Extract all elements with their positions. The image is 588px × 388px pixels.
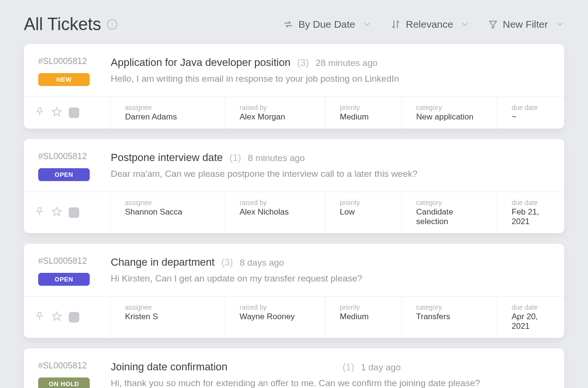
ticket-count: (1) <box>343 362 354 373</box>
meta-label-raised-by: raised by <box>240 104 315 111</box>
select-checkbox[interactable] <box>69 312 79 323</box>
page-title: All Tickets <box>24 14 101 34</box>
meta-label-raised-by: raised by <box>240 199 315 206</box>
meta-assignee: Darren Adams <box>125 112 215 122</box>
star-icon[interactable] <box>52 206 62 219</box>
meta-label-category: category <box>416 104 487 111</box>
filter-label: New Filter <box>503 19 548 30</box>
status-badge: NEW <box>38 73 90 86</box>
meta-label-assignee: assignee <box>125 199 215 206</box>
meta-raised-by: Wayne Rooney <box>240 312 315 322</box>
select-checkbox[interactable] <box>69 207 79 218</box>
filter-label: By Due Date <box>298 19 355 30</box>
pin-icon[interactable] <box>34 311 45 323</box>
sort-relevance[interactable]: Relevance <box>390 19 469 30</box>
svg-marker-2 <box>52 207 61 216</box>
status-badge: OPEN <box>38 273 90 286</box>
ticket-preview: Hi Kirsten, Can I get an update on my tr… <box>111 273 550 284</box>
meta-raised-by: Alex Nicholas <box>240 207 315 217</box>
meta-label-category: category <box>416 303 487 311</box>
chevron-down-icon <box>461 20 469 29</box>
ticket-time: 8 days ago <box>240 258 284 268</box>
ticket-time: 1 day ago <box>361 362 400 373</box>
meta-category: Candidate selection <box>416 207 487 226</box>
meta-assignee: Shannon Sacca <box>125 207 215 217</box>
ticket-id: #SL0005812 <box>38 151 100 162</box>
meta-label-priority: priority <box>340 303 392 311</box>
meta-priority: Medium <box>340 112 392 122</box>
meta-category: Transfers <box>416 312 487 322</box>
meta-due-date: ~ <box>512 112 555 122</box>
ticket-list: #SL0005812 NEW Application for Java deve… <box>0 44 588 388</box>
ticket-id: #SL0005812 <box>38 256 100 266</box>
sort-by-due-date[interactable]: By Due Date <box>283 19 371 30</box>
meta-label-category: category <box>416 199 487 206</box>
swap-horizontal-icon <box>283 19 294 30</box>
ticket-title: Postpone interview date <box>111 151 223 164</box>
ticket-id: #SL0005812 <box>38 56 100 66</box>
meta-due-date: Apr 20, 2021 <box>512 312 555 331</box>
meta-label-raised-by: raised by <box>240 303 315 311</box>
meta-label-priority: priority <box>340 199 392 206</box>
pin-icon[interactable] <box>34 107 45 119</box>
ticket-preview: Hello, I am writing this email in respon… <box>111 74 550 84</box>
meta-label-due-date: due date <box>512 303 555 311</box>
meta-label-assignee: assignee <box>125 303 215 311</box>
chevron-down-icon <box>556 20 564 29</box>
filter-bar: By Due Date Relevance New Filter <box>283 19 564 30</box>
ticket-title: Joining date confirmation <box>111 361 228 373</box>
meta-due-date: Feb 21, 2021 <box>512 207 555 226</box>
ticket-count: (3) <box>221 257 233 268</box>
ticket-count: (3) <box>297 57 309 68</box>
ticket-id: #SL0005812 <box>38 361 100 371</box>
ticket-card[interactable]: #SL0005812 NEW Application for Java deve… <box>24 44 564 129</box>
ticket-title: Change in department <box>111 256 215 269</box>
svg-marker-3 <box>52 312 61 320</box>
info-icon[interactable]: i <box>107 19 117 30</box>
meta-priority: Low <box>340 207 392 217</box>
ticket-title: Application for Java developer position <box>111 56 291 69</box>
meta-category: New application <box>416 112 487 122</box>
meta-raised-by: Alex Morgan <box>240 112 315 122</box>
star-icon[interactable] <box>52 311 62 323</box>
meta-priority: Medium <box>340 312 392 322</box>
star-icon[interactable] <box>52 107 62 119</box>
ticket-card[interactable]: #SL0005812 OPEN Postpone interview date … <box>24 139 564 233</box>
meta-label-due-date: due date <box>512 104 555 111</box>
meta-label-assignee: assignee <box>125 104 215 111</box>
ticket-count: (1) <box>230 152 241 163</box>
ticket-card[interactable]: #SL0005812 ON HOLD Joining date confirma… <box>24 348 564 388</box>
select-checkbox[interactable] <box>69 108 79 118</box>
meta-assignee: Kristen S <box>125 312 215 322</box>
ticket-time: 8 minutes ago <box>248 153 304 163</box>
meta-label-priority: priority <box>340 104 392 111</box>
filter-label: Relevance <box>406 19 453 30</box>
status-badge: OPEN <box>38 168 90 181</box>
svg-marker-0 <box>490 21 497 28</box>
status-badge: ON HOLD <box>38 377 90 388</box>
pin-icon[interactable] <box>34 206 45 219</box>
sort-vertical-icon <box>390 19 401 30</box>
ticket-time: 28 minutes ago <box>315 58 378 68</box>
meta-label-due-date: due date <box>512 199 555 206</box>
new-filter[interactable]: New Filter <box>488 19 564 30</box>
ticket-preview: Hi, thank you so much for extending an o… <box>111 378 550 388</box>
filter-icon <box>488 20 498 29</box>
svg-marker-1 <box>52 108 61 116</box>
ticket-preview: Dear ma'am, Can we please postpone the i… <box>111 169 550 179</box>
ticket-card[interactable]: #SL0005812 OPEN Change in department (3)… <box>24 244 564 338</box>
chevron-down-icon <box>363 20 371 29</box>
page-header: All Tickets i By Due Date Relevance <box>0 0 588 44</box>
